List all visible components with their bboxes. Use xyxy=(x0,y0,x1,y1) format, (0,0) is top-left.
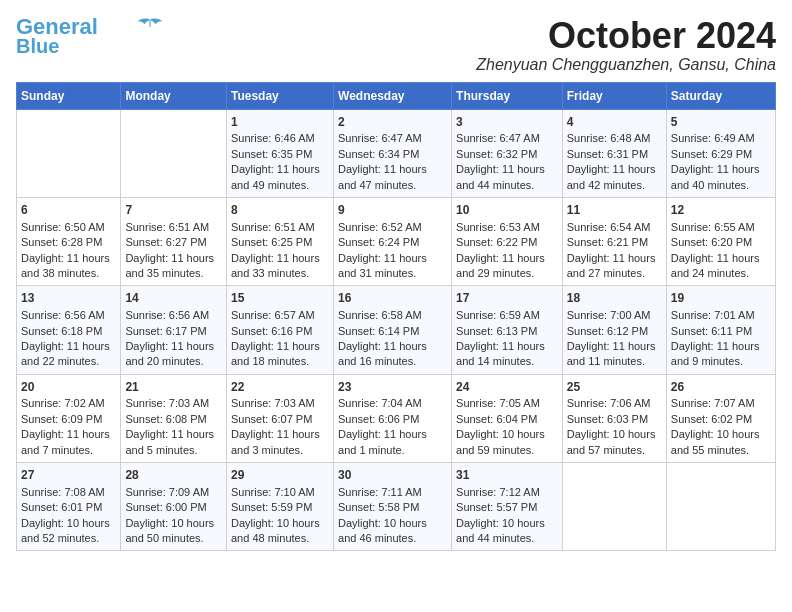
day-number: 7 xyxy=(125,202,222,219)
calendar-cell: 14Sunrise: 6:56 AMSunset: 6:17 PMDayligh… xyxy=(121,286,227,374)
day-info: Sunset: 6:25 PM xyxy=(231,235,329,250)
day-header-tuesday: Tuesday xyxy=(226,82,333,109)
day-info: Sunrise: 7:09 AM xyxy=(125,485,222,500)
day-info: Sunrise: 7:11 AM xyxy=(338,485,447,500)
calendar-cell: 4Sunrise: 6:48 AMSunset: 6:31 PMDaylight… xyxy=(562,109,666,197)
day-info: Daylight: 11 hours and 14 minutes. xyxy=(456,339,558,370)
calendar-cell: 25Sunrise: 7:06 AMSunset: 6:03 PMDayligh… xyxy=(562,374,666,462)
day-info: Sunset: 6:29 PM xyxy=(671,147,771,162)
day-number: 9 xyxy=(338,202,447,219)
day-number: 11 xyxy=(567,202,662,219)
day-number: 24 xyxy=(456,379,558,396)
day-info: Daylight: 11 hours and 18 minutes. xyxy=(231,339,329,370)
day-info: Daylight: 11 hours and 3 minutes. xyxy=(231,427,329,458)
day-info: Sunset: 6:00 PM xyxy=(125,500,222,515)
week-row-2: 6Sunrise: 6:50 AMSunset: 6:28 PMDaylight… xyxy=(17,197,776,285)
day-info: Sunrise: 6:54 AM xyxy=(567,220,662,235)
calendar-cell: 27Sunrise: 7:08 AMSunset: 6:01 PMDayligh… xyxy=(17,463,121,551)
day-info: Daylight: 11 hours and 1 minute. xyxy=(338,427,447,458)
day-info: Daylight: 10 hours and 50 minutes. xyxy=(125,516,222,547)
day-number: 30 xyxy=(338,467,447,484)
day-number: 14 xyxy=(125,290,222,307)
day-number: 21 xyxy=(125,379,222,396)
day-info: Daylight: 10 hours and 59 minutes. xyxy=(456,427,558,458)
day-number: 18 xyxy=(567,290,662,307)
day-info: Daylight: 11 hours and 40 minutes. xyxy=(671,162,771,193)
day-number: 3 xyxy=(456,114,558,131)
calendar-cell: 7Sunrise: 6:51 AMSunset: 6:27 PMDaylight… xyxy=(121,197,227,285)
day-number: 2 xyxy=(338,114,447,131)
day-info: Sunrise: 7:08 AM xyxy=(21,485,116,500)
day-info: Sunrise: 6:57 AM xyxy=(231,308,329,323)
day-header-sunday: Sunday xyxy=(17,82,121,109)
day-info: Sunrise: 7:01 AM xyxy=(671,308,771,323)
calendar-cell: 15Sunrise: 6:57 AMSunset: 6:16 PMDayligh… xyxy=(226,286,333,374)
day-info: Sunrise: 6:50 AM xyxy=(21,220,116,235)
week-row-5: 27Sunrise: 7:08 AMSunset: 6:01 PMDayligh… xyxy=(17,463,776,551)
day-header-thursday: Thursday xyxy=(452,82,563,109)
calendar-cell xyxy=(17,109,121,197)
day-info: Daylight: 11 hours and 31 minutes. xyxy=(338,251,447,282)
day-info: Sunrise: 7:03 AM xyxy=(125,396,222,411)
day-number: 20 xyxy=(21,379,116,396)
day-info: Sunrise: 7:10 AM xyxy=(231,485,329,500)
day-number: 22 xyxy=(231,379,329,396)
calendar-cell: 17Sunrise: 6:59 AMSunset: 6:13 PMDayligh… xyxy=(452,286,563,374)
day-info: Daylight: 11 hours and 38 minutes. xyxy=(21,251,116,282)
day-number: 16 xyxy=(338,290,447,307)
day-info: Sunrise: 6:48 AM xyxy=(567,131,662,146)
logo-bird-icon xyxy=(136,16,164,34)
calendar-cell: 1Sunrise: 6:46 AMSunset: 6:35 PMDaylight… xyxy=(226,109,333,197)
day-info: Daylight: 10 hours and 48 minutes. xyxy=(231,516,329,547)
day-info: Daylight: 11 hours and 7 minutes. xyxy=(21,427,116,458)
day-number: 10 xyxy=(456,202,558,219)
day-info: Sunset: 5:59 PM xyxy=(231,500,329,515)
calendar-cell: 22Sunrise: 7:03 AMSunset: 6:07 PMDayligh… xyxy=(226,374,333,462)
calendar-cell: 24Sunrise: 7:05 AMSunset: 6:04 PMDayligh… xyxy=(452,374,563,462)
calendar-cell: 21Sunrise: 7:03 AMSunset: 6:08 PMDayligh… xyxy=(121,374,227,462)
day-info: Sunset: 6:18 PM xyxy=(21,324,116,339)
month-title: October 2024 xyxy=(476,16,776,56)
day-number: 17 xyxy=(456,290,558,307)
week-row-4: 20Sunrise: 7:02 AMSunset: 6:09 PMDayligh… xyxy=(17,374,776,462)
day-info: Sunrise: 6:53 AM xyxy=(456,220,558,235)
day-info: Sunrise: 6:52 AM xyxy=(338,220,447,235)
day-info: Sunset: 6:14 PM xyxy=(338,324,447,339)
day-info: Sunset: 6:09 PM xyxy=(21,412,116,427)
calendar-cell: 2Sunrise: 6:47 AMSunset: 6:34 PMDaylight… xyxy=(334,109,452,197)
day-info: Daylight: 10 hours and 55 minutes. xyxy=(671,427,771,458)
day-info: Sunset: 6:28 PM xyxy=(21,235,116,250)
calendar-cell: 5Sunrise: 6:49 AMSunset: 6:29 PMDaylight… xyxy=(666,109,775,197)
calendar-cell: 19Sunrise: 7:01 AMSunset: 6:11 PMDayligh… xyxy=(666,286,775,374)
day-info: Sunrise: 7:00 AM xyxy=(567,308,662,323)
day-number: 26 xyxy=(671,379,771,396)
day-info: Daylight: 11 hours and 49 minutes. xyxy=(231,162,329,193)
day-header-saturday: Saturday xyxy=(666,82,775,109)
calendar-cell: 11Sunrise: 6:54 AMSunset: 6:21 PMDayligh… xyxy=(562,197,666,285)
day-info: Sunset: 6:02 PM xyxy=(671,412,771,427)
day-number: 13 xyxy=(21,290,116,307)
calendar-cell: 28Sunrise: 7:09 AMSunset: 6:00 PMDayligh… xyxy=(121,463,227,551)
day-info: Sunrise: 6:51 AM xyxy=(231,220,329,235)
day-info: Sunset: 6:31 PM xyxy=(567,147,662,162)
header-row: SundayMondayTuesdayWednesdayThursdayFrid… xyxy=(17,82,776,109)
day-info: Sunset: 6:17 PM xyxy=(125,324,222,339)
day-info: Sunrise: 6:51 AM xyxy=(125,220,222,235)
day-info: Daylight: 10 hours and 57 minutes. xyxy=(567,427,662,458)
day-number: 15 xyxy=(231,290,329,307)
calendar-cell: 31Sunrise: 7:12 AMSunset: 5:57 PMDayligh… xyxy=(452,463,563,551)
calendar-cell: 23Sunrise: 7:04 AMSunset: 6:06 PMDayligh… xyxy=(334,374,452,462)
day-info: Daylight: 11 hours and 29 minutes. xyxy=(456,251,558,282)
day-info: Sunrise: 7:06 AM xyxy=(567,396,662,411)
calendar-cell: 8Sunrise: 6:51 AMSunset: 6:25 PMDaylight… xyxy=(226,197,333,285)
day-info: Daylight: 11 hours and 47 minutes. xyxy=(338,162,447,193)
day-number: 25 xyxy=(567,379,662,396)
calendar-cell: 10Sunrise: 6:53 AMSunset: 6:22 PMDayligh… xyxy=(452,197,563,285)
calendar-cell: 30Sunrise: 7:11 AMSunset: 5:58 PMDayligh… xyxy=(334,463,452,551)
day-info: Daylight: 11 hours and 9 minutes. xyxy=(671,339,771,370)
day-number: 31 xyxy=(456,467,558,484)
day-number: 5 xyxy=(671,114,771,131)
day-info: Sunset: 6:16 PM xyxy=(231,324,329,339)
day-info: Daylight: 11 hours and 16 minutes. xyxy=(338,339,447,370)
day-info: Daylight: 11 hours and 11 minutes. xyxy=(567,339,662,370)
